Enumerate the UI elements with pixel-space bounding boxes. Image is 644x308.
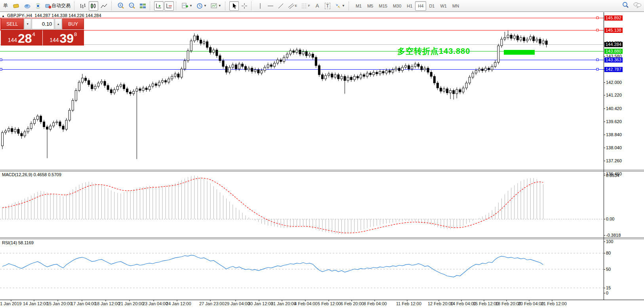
- candle-body: [356, 76, 358, 78]
- buy-button[interactable]: BUY: [62, 19, 84, 29]
- candle-body: [395, 68, 397, 70]
- candle-body: [62, 126, 64, 129]
- rsi-axis-label: 80: [606, 251, 611, 255]
- candle-body: [152, 84, 154, 86]
- candle-body: [203, 42, 205, 43]
- candle-body: [17, 129, 19, 133]
- candle-body: [136, 89, 138, 91]
- price-tick-label: 137.260: [606, 158, 622, 163]
- candle-body: [510, 35, 512, 38]
- candle-body: [344, 76, 346, 80]
- candle-body: [193, 36, 195, 41]
- candle-body: [472, 73, 474, 77]
- candle-body: [302, 51, 304, 54]
- candle-body: [139, 89, 141, 90]
- candle-body: [36, 116, 38, 119]
- price-tick: [604, 148, 605, 148]
- candle-body: [91, 85, 93, 89]
- candle-body: [162, 80, 164, 82]
- candle-body: [53, 123, 55, 126]
- candle-body: [126, 89, 128, 92]
- price-tick-label: 139.620: [606, 119, 622, 124]
- rsi-tick: [604, 253, 605, 253]
- candle-body: [11, 128, 13, 131]
- sell-button[interactable]: SELL: [1, 19, 24, 29]
- candle-body: [171, 76, 173, 79]
- price-tick: [604, 95, 605, 95]
- price-tick: [604, 56, 605, 57]
- price-tick: [604, 174, 605, 174]
- line-handle[interactable]: [596, 17, 598, 19]
- candle-body: [341, 76, 343, 79]
- chart-canvas[interactable]: [0, 0, 644, 308]
- price-tag: 145.138: [604, 28, 623, 33]
- candle-body: [497, 46, 499, 63]
- candle-body: [238, 64, 240, 69]
- line-handle[interactable]: [596, 68, 598, 70]
- candle-body: [104, 81, 106, 85]
- sell-price[interactable]: 144284: [1, 30, 42, 46]
- volume-down-button[interactable]: ▼: [24, 19, 31, 29]
- price-tick-label: 140.420: [606, 106, 622, 111]
- price-tag: 142.787: [604, 67, 623, 72]
- candle-body: [130, 92, 131, 94]
- candle-body: [5, 131, 7, 133]
- candle-body: [56, 122, 58, 123]
- candle-body: [482, 69, 484, 70]
- mt4-window: 单 自动交易 ▼ ▼ ▼ E F A T ▼ M1M: [0, 0, 644, 308]
- line-handle[interactable]: [596, 29, 598, 31]
- candle-body: [382, 71, 384, 73]
- green-zone-box[interactable]: [504, 50, 535, 55]
- candle-body: [408, 66, 410, 69]
- candle-body: [398, 68, 400, 70]
- candle-body: [469, 77, 471, 83]
- candle-body: [533, 37, 535, 41]
- candle-body: [427, 68, 429, 72]
- candle-body: [350, 77, 352, 80]
- candle-body: [402, 67, 404, 70]
- candle-body: [433, 76, 435, 83]
- price-tick-label: 138.840: [606, 132, 622, 137]
- candle-body: [116, 86, 118, 89]
- candle-body: [254, 70, 256, 71]
- line-handle[interactable]: [0, 68, 2, 70]
- volume-input[interactable]: 0.10: [32, 19, 55, 29]
- candle-body: [453, 90, 455, 93]
- line-handle[interactable]: [0, 59, 2, 61]
- candle-body: [385, 70, 387, 73]
- candle-body: [414, 64, 416, 67]
- candle-body: [309, 54, 311, 56]
- candle-body: [206, 42, 208, 48]
- price-tick: [604, 161, 605, 161]
- candle-body: [158, 82, 160, 86]
- candle-body: [264, 67, 266, 70]
- volume-up-button[interactable]: ▲: [55, 19, 62, 29]
- candle-body: [299, 50, 301, 54]
- candle-body: [488, 68, 490, 70]
- candle-body: [30, 124, 32, 129]
- candle-body: [296, 50, 298, 52]
- candle-body: [142, 88, 144, 90]
- candle-body: [322, 75, 324, 79]
- price-tag: 144.284: [604, 42, 623, 47]
- candle-body: [305, 51, 307, 55]
- rsi-axis-label: 15: [606, 285, 611, 290]
- candle-body: [293, 51, 295, 52]
- chart-annotation[interactable]: 多空转折点143.880: [397, 46, 470, 57]
- candle-body: [513, 36, 515, 38]
- price-tick-label: 142.000: [606, 80, 622, 85]
- macd-tick: [604, 235, 605, 236]
- candle-body: [360, 75, 362, 78]
- candle-body: [210, 48, 211, 53]
- candle-body: [347, 77, 349, 80]
- rsi-tick: [604, 241, 605, 242]
- candle-body: [261, 70, 263, 73]
- candle-body: [516, 36, 518, 40]
- price-tick-label: 138.040: [606, 145, 622, 150]
- line-handle[interactable]: [596, 59, 598, 61]
- one-click-trading-panel: SELL ▼ 0.10 ▲ BUY 144284 144398: [1, 19, 84, 46]
- candle-body: [312, 54, 314, 57]
- buy-price[interactable]: 144398: [43, 30, 84, 46]
- candle-body: [8, 128, 10, 131]
- candle-body: [69, 110, 70, 120]
